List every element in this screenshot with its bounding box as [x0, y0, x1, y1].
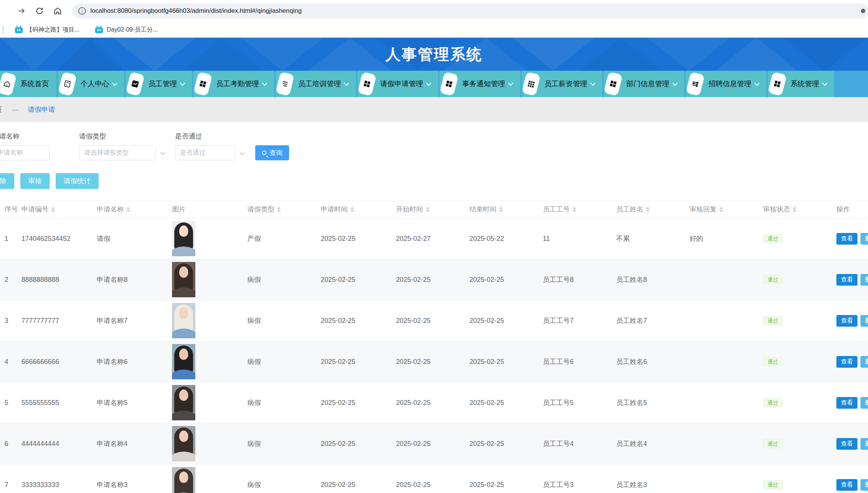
nav-item-employee-mgmt[interactable]: 员工管理	[126, 71, 192, 97]
row-delete-button[interactable]: 删除	[860, 479, 868, 491]
applicant-photo[interactable]	[172, 344, 195, 379]
browser-home-icon[interactable]	[51, 5, 64, 17]
chevron-down-icon[interactable]	[160, 150, 165, 155]
bookmark-item[interactable]: Day02-09-员工分...	[94, 26, 158, 34]
col-header-emp-no[interactable]: 员工工号	[538, 205, 612, 214]
nav-item-system-home[interactable]: 系统首页	[0, 71, 56, 97]
cell-leave-type: 病假	[243, 398, 316, 407]
row-delete-button[interactable]: 删除	[860, 397, 868, 409]
row-delete-button[interactable]: 删除	[860, 356, 868, 368]
browser-profile-icon[interactable]	[860, 8, 866, 14]
view-button[interactable]: 查看	[836, 356, 857, 368]
sort-icon[interactable]	[350, 205, 354, 214]
view-button[interactable]: 查看	[836, 397, 857, 409]
nav-item-personal-center[interactable]: 个人中心	[58, 71, 124, 97]
cell-leave-type: 病假	[243, 275, 316, 284]
col-header-leave-type[interactable]: 请假类型	[243, 205, 316, 214]
col-header-end-time[interactable]: 结束时间	[465, 205, 538, 214]
sort-icon[interactable]	[51, 205, 55, 214]
chevron-down-icon[interactable]	[240, 150, 245, 155]
col-header-apply-no[interactable]: 申请编号	[17, 205, 92, 214]
nav-item-recruitment-mgmt[interactable]: 招聘信息管理	[686, 71, 766, 97]
is-passed-field: 是否通过	[175, 132, 235, 160]
leave-type-select[interactable]	[79, 145, 156, 160]
nav-item-department-mgmt[interactable]: 部门信息管理	[604, 71, 684, 97]
nav-item-training-mgmt[interactable]: 员工培训管理	[276, 71, 356, 97]
reload-icon[interactable]	[33, 5, 46, 17]
cell-leave-type: 病假	[243, 480, 316, 489]
breadcrumb: 首页 — 请假申请	[0, 97, 868, 122]
grid-icon	[604, 72, 623, 96]
sort-icon[interactable]	[499, 205, 503, 214]
url-text[interactable]: localhost:8080/springbootfg466h03/admin/…	[90, 7, 302, 15]
row-delete-button[interactable]: 删除	[860, 315, 868, 327]
cell-apply-no: 1740462534452	[17, 235, 92, 243]
applicant-photo[interactable]	[172, 303, 195, 338]
nav-item-notice-mgmt[interactable]: 事务通知管理	[440, 71, 520, 97]
nav-item-label: 事务通知管理	[462, 79, 505, 89]
sort-icon[interactable]	[277, 205, 281, 214]
table-row: 4 6666666666 申请名称6 病假 2025-02-25 2025-02…	[0, 341, 868, 382]
breadcrumb-current[interactable]: 请假申请	[28, 105, 55, 114]
col-header-review-status[interactable]: 审核状态	[758, 205, 832, 214]
view-button[interactable]: 查看	[836, 438, 857, 450]
col-header-start-time[interactable]: 开始时间	[391, 205, 465, 214]
sort-icon[interactable]	[719, 205, 723, 214]
view-button[interactable]: 查看	[836, 233, 857, 245]
grid-icon	[440, 72, 459, 96]
nav-item-attendance-mgmt[interactable]: 员工考勤管理	[193, 71, 274, 97]
bookmarks-bar: 【码神之路】项目... Day02-09-员工分...	[0, 22, 868, 38]
sort-icon[interactable]	[793, 205, 796, 214]
sort-icon[interactable]	[426, 205, 429, 214]
address-bar[interactable]: localhost:8080/springbootfg466h03/admin/…	[72, 3, 868, 18]
cell-emp-name: 员工姓名3	[612, 480, 685, 489]
nav-item-salary-mgmt[interactable]: 员工薪资管理	[522, 71, 602, 97]
nav-item-label: 系统管理	[790, 79, 819, 89]
col-header-emp-name[interactable]: 员工姓名	[612, 205, 685, 214]
sliders-icon	[686, 72, 705, 96]
cell-end-time: 2025-02-25	[465, 399, 538, 407]
grid-icon	[358, 72, 377, 96]
chevron-down-icon	[590, 81, 595, 86]
breadcrumb-home[interactable]: 首页	[0, 105, 2, 114]
status-badge: 通过	[763, 234, 783, 243]
forward-icon[interactable]	[15, 5, 28, 17]
col-header-apply-name[interactable]: 申请名称	[92, 205, 168, 214]
sort-icon[interactable]	[646, 205, 650, 214]
applicant-photo[interactable]	[172, 467, 195, 493]
nav-item-system-mgmt[interactable]: 系统管理	[768, 71, 834, 97]
query-button-label: 查询	[270, 149, 282, 157]
view-button[interactable]: 查看	[836, 479, 857, 491]
apply-name-input[interactable]	[0, 145, 50, 160]
applicant-photo[interactable]	[172, 385, 195, 420]
leave-stats-button[interactable]: 请假统计	[56, 173, 99, 189]
review-button[interactable]: 审核	[20, 173, 50, 189]
row-delete-button[interactable]: 删除	[860, 438, 868, 450]
cell-apply-name: 申请名称5	[92, 398, 168, 407]
sort-icon[interactable]	[573, 205, 576, 214]
sort-icon[interactable]	[126, 205, 130, 214]
col-header-apply-time[interactable]: 申请时间	[316, 205, 391, 214]
row-delete-button[interactable]: 删除	[860, 274, 868, 286]
applicant-photo[interactable]	[172, 221, 195, 256]
cell-end-time: 2025-05-22	[465, 235, 538, 243]
col-header-review-reply[interactable]: 审核回复	[685, 205, 758, 214]
bookmark-item[interactable]: 【码神之路】项目...	[14, 26, 79, 34]
page-title: 人事管理系统	[385, 44, 483, 65]
cell-leave-type: 病假	[243, 357, 316, 366]
delete-button[interactable]: 删除	[0, 173, 14, 189]
view-button[interactable]: 查看	[836, 315, 857, 327]
cell-emp-name: 员工姓名5	[612, 398, 685, 407]
query-button[interactable]: 查询	[255, 145, 289, 160]
view-button[interactable]: 查看	[836, 274, 857, 286]
row-delete-button[interactable]: 删除	[860, 233, 868, 245]
is-passed-select[interactable]	[175, 145, 235, 160]
applicant-photo[interactable]	[172, 262, 195, 297]
applicant-photo[interactable]	[172, 426, 195, 461]
page-info-icon[interactable]	[78, 7, 86, 15]
table-row: 5 5555555555 申请名称5 病假 2025-02-25 2025-02…	[0, 382, 868, 423]
nav-item-leave-request-mgmt[interactable]: 请假申请管理	[358, 71, 438, 97]
cell-start-time: 2025-02-25	[391, 317, 465, 325]
cell-start-time: 2025-02-25	[391, 440, 465, 448]
app-header: 人事管理系统	[0, 38, 868, 71]
